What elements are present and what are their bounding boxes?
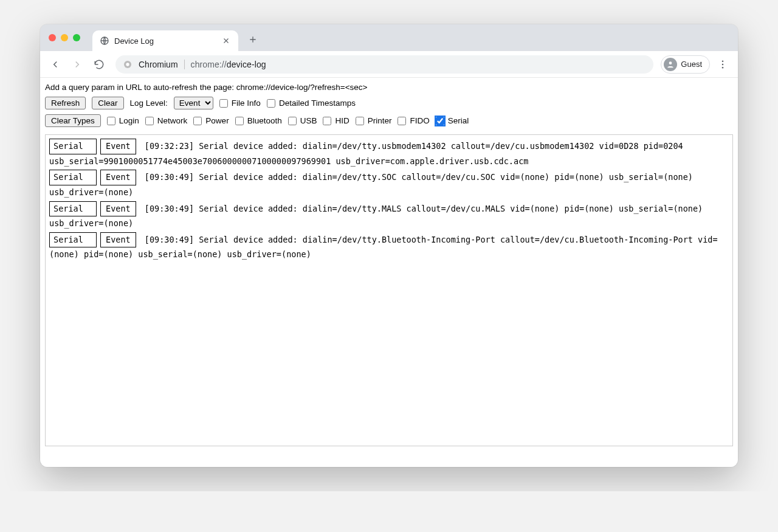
svg-point-5 [722, 63, 724, 65]
type-checkbox-login[interactable]: Login [107, 116, 139, 125]
type-checkbox-input-fido[interactable] [398, 117, 406, 125]
type-checkbox-hid[interactable]: HID [323, 116, 349, 125]
detailed-ts-label: Detailed Timestamps [279, 98, 356, 108]
address-bar[interactable]: Chromium chrome://device-log [115, 55, 653, 74]
auto-refresh-hint: Add a query param in URL to auto-refresh… [40, 78, 738, 94]
svg-point-3 [669, 61, 672, 64]
url-product: Chromium [139, 60, 178, 69]
log-entry: SerialEvent [09:30:49] Serial device add… [49, 232, 729, 262]
log-level-tag: Event [100, 170, 136, 185]
type-checkbox-usb[interactable]: USB [288, 116, 317, 125]
log-message: [09:30:49] Serial device added: dialin=/… [49, 204, 703, 229]
type-checkbox-label: Printer [368, 116, 392, 125]
type-checkbox-input-login[interactable] [107, 117, 115, 125]
clear-button[interactable]: Clear [92, 97, 123, 109]
type-checkbox-label: Login [119, 116, 139, 125]
tab-title: Device Log [114, 36, 216, 46]
type-checkbox-input-printer[interactable] [356, 117, 364, 125]
profile-button[interactable]: Guest [661, 55, 710, 74]
tab-close-button[interactable] [221, 36, 231, 46]
controls-row-1: Refresh Clear Log Level: Event File Info… [40, 94, 738, 112]
refresh-button[interactable]: Refresh [45, 97, 86, 109]
window-zoom-button[interactable] [73, 34, 80, 41]
url-scheme: chrome:// [191, 60, 227, 69]
type-checkbox-input-bluetooth[interactable] [235, 117, 244, 125]
detailed-ts-input[interactable] [267, 99, 275, 108]
url-host: device-log [227, 60, 266, 69]
window-close-button[interactable] [49, 34, 56, 41]
menu-button[interactable] [714, 55, 732, 74]
type-checkbox-network[interactable]: Network [145, 116, 188, 125]
log-type-tag: Serial [49, 201, 97, 217]
svg-point-2 [126, 63, 129, 66]
url-separator [184, 60, 185, 69]
type-checkbox-input-hid[interactable] [323, 117, 331, 125]
log-level-tag: Event [100, 232, 136, 248]
type-checkbox-label: Bluetooth [247, 116, 282, 125]
type-checkbox-printer[interactable]: Printer [356, 116, 392, 125]
type-checkbox-input-serial[interactable] [436, 117, 444, 125]
detailed-ts-checkbox[interactable]: Detailed Timestamps [267, 98, 356, 108]
tabstrip: Device Log [40, 24, 738, 51]
log-message: [09:30:49] Serial device added: dialin=/… [49, 235, 718, 260]
file-info-label: File Info [232, 98, 261, 108]
log-message: [09:32:23] Serial device added: dialin=/… [49, 141, 683, 166]
type-checkbox-power[interactable]: Power [193, 116, 229, 125]
back-button[interactable] [46, 55, 64, 74]
type-checkbox-fido[interactable]: FIDO [398, 116, 429, 125]
profile-label: Guest [681, 60, 702, 69]
new-tab-button[interactable] [244, 31, 261, 48]
forward-button[interactable] [68, 55, 86, 74]
type-checkbox-label: Network [157, 116, 188, 125]
svg-point-6 [722, 66, 724, 68]
file-info-checkbox[interactable]: File Info [219, 98, 261, 108]
window-controls [49, 34, 80, 41]
log-output: SerialEvent [09:32:23] Serial device add… [45, 134, 733, 446]
log-entry: SerialEvent [09:30:49] Serial device add… [49, 170, 729, 199]
globe-icon [100, 36, 109, 46]
log-message: [09:30:49] Serial device added: dialin=/… [49, 172, 693, 197]
type-checkbox-label: HID [335, 116, 349, 125]
browser-toolbar: Chromium chrome://device-log Guest [40, 51, 738, 78]
browser-window: Device Log Chromium chrome://device-lo [40, 24, 738, 467]
log-level-tag: Event [100, 139, 136, 154]
window-minimize-button[interactable] [61, 34, 68, 41]
controls-row-2: Clear Types LoginNetworkPowerBluetoothUS… [40, 112, 738, 130]
browser-tab[interactable]: Device Log [92, 30, 238, 51]
type-checkbox-input-power[interactable] [193, 117, 202, 125]
type-checkbox-serial[interactable]: Serial [436, 116, 469, 125]
page-content: Add a query param in URL to auto-refresh… [40, 78, 738, 467]
type-checkbox-label: USB [300, 116, 317, 125]
log-entry: SerialEvent [09:32:23] Serial device add… [49, 139, 729, 168]
url-text: chrome://device-log [191, 60, 266, 69]
log-type-tag: Serial [49, 139, 97, 154]
clear-types-button[interactable]: Clear Types [45, 114, 101, 127]
log-entry: SerialEvent [09:30:49] Serial device add… [49, 201, 729, 231]
type-checkbox-input-network[interactable] [145, 117, 154, 125]
type-checkbox-label: Serial [448, 116, 469, 125]
type-checkbox-label: Power [205, 116, 229, 125]
log-level-select[interactable]: Event [174, 97, 213, 109]
reload-button[interactable] [90, 55, 108, 74]
avatar-icon [664, 58, 677, 71]
log-type-tag: Serial [49, 232, 97, 248]
type-checkbox-bluetooth[interactable]: Bluetooth [235, 116, 282, 125]
file-info-input[interactable] [219, 99, 228, 108]
type-checkbox-label: FIDO [410, 116, 429, 125]
log-level-tag: Event [100, 201, 136, 217]
type-checkbox-input-usb[interactable] [288, 117, 297, 125]
svg-point-4 [722, 60, 724, 62]
log-level-label: Log Level: [130, 98, 168, 108]
log-type-tag: Serial [49, 170, 97, 185]
chromium-icon [123, 60, 133, 69]
